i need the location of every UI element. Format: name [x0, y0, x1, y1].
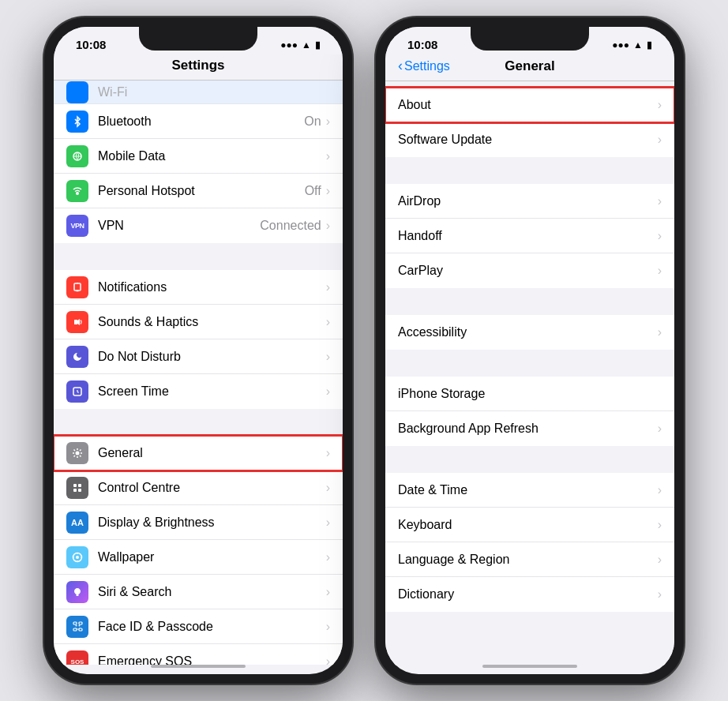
list-item[interactable]: Face ID & Passcode ›: [54, 609, 343, 644]
list-item[interactable]: AirDrop ›: [385, 184, 674, 219]
svg-rect-7: [78, 484, 81, 487]
row-label-softwareupdate: Software Update: [398, 133, 658, 147]
right-scroll[interactable]: About › Software Update › AirDrop › Hand…: [385, 81, 674, 665]
section-storage: iPhone Storage Background App Refresh ›: [385, 377, 674, 446]
list-item[interactable]: Dictionary ›: [385, 577, 674, 612]
chevron-icon: ›: [658, 229, 662, 243]
row-label-sounds: Sounds & Haptics: [98, 315, 326, 329]
row-label-general: General: [98, 446, 326, 460]
list-item[interactable]: Keyboard ›: [385, 508, 674, 542]
list-item[interactable]: VPN VPN Connected ›: [54, 208, 343, 243]
list-item[interactable]: iPhone Storage: [385, 377, 674, 411]
list-item[interactable]: Handoff ›: [385, 219, 674, 253]
svg-point-11: [76, 556, 79, 559]
left-screen: 10:08 ●●● ▲ ▮ Settings Wi-Fi: [54, 27, 343, 674]
list-item[interactable]: Screen Time ›: [54, 374, 343, 409]
signal-icon: ●●●: [280, 39, 298, 51]
chevron-icon: ›: [658, 422, 662, 436]
notch-right: [471, 27, 589, 51]
notifications-icon: [66, 276, 88, 298]
right-screen: 10:08 ●●● ▲ ▮ ‹ Settings General About ›: [385, 27, 674, 674]
list-item[interactable]: Mobile Data ›: [54, 139, 343, 174]
chevron-icon: ›: [658, 133, 662, 147]
svg-rect-8: [73, 489, 77, 492]
list-item[interactable]: SOS Emergency SOS ›: [54, 644, 343, 665]
list-item[interactable]: Language & Region ›: [385, 542, 674, 577]
wifi-icon: ▲: [633, 39, 643, 51]
svg-point-1: [76, 192, 79, 195]
list-item[interactable]: Wallpaper ›: [54, 540, 343, 575]
chevron-icon: ›: [326, 620, 330, 634]
row-label-wallpaper: Wallpaper: [98, 550, 326, 564]
display-icon: AA: [66, 512, 88, 534]
back-chevron-icon: ‹: [398, 58, 403, 74]
spacer: [385, 81, 674, 88]
svg-rect-3: [74, 320, 77, 324]
list-item[interactable]: Control Centre ›: [54, 470, 343, 505]
row-label-handoff: Handoff: [398, 229, 658, 243]
chevron-icon: ›: [658, 194, 662, 208]
row-label-display: Display & Brightness: [98, 515, 326, 530]
row-label-dictionary: Dictionary: [398, 587, 658, 602]
chevron-icon: ›: [326, 219, 330, 233]
list-item[interactable]: Software Update ›: [385, 122, 674, 157]
section-accessibility: Accessibility ›: [385, 315, 674, 350]
list-item[interactable]: Background App Refresh ›: [385, 411, 674, 446]
svg-point-17: [78, 625, 80, 627]
svg-rect-12: [73, 622, 77, 624]
chevron-icon: ›: [326, 280, 330, 294]
list-item[interactable]: AA Display & Brightness ›: [54, 505, 343, 540]
row-value-hotspot: Off: [305, 184, 321, 198]
notch-left: [139, 27, 257, 51]
list-item[interactable]: Notifications ›: [54, 270, 343, 305]
spacer: [54, 409, 343, 436]
chevron-icon: ›: [326, 585, 330, 599]
row-value-bluetooth: On: [304, 114, 321, 129]
list-item-about[interactable]: About ›: [385, 88, 674, 122]
list-item[interactable]: Accessibility ›: [385, 315, 674, 350]
list-item-general[interactable]: General ›: [54, 436, 343, 470]
row-label-vpn: VPN: [98, 219, 260, 233]
row-label-about: About: [398, 98, 658, 112]
list-item[interactable]: Siri & Search ›: [54, 575, 343, 609]
mobiledata-icon: [66, 145, 88, 167]
hotspot-icon: [66, 180, 88, 202]
spacer: [385, 157, 674, 184]
list-item[interactable]: Do Not Disturb ›: [54, 339, 343, 374]
siri-icon: [66, 581, 88, 603]
chevron-icon: ›: [326, 149, 330, 163]
list-item[interactable]: Bluetooth On ›: [54, 104, 343, 139]
chevron-icon: ›: [326, 515, 330, 530]
home-indicator-left: [151, 665, 246, 668]
chevron-icon: ›: [326, 654, 330, 665]
svg-rect-6: [73, 484, 77, 487]
chevron-icon: ›: [658, 483, 662, 497]
list-item[interactable]: CarPlay ›: [385, 253, 674, 288]
chevron-icon: ›: [326, 315, 330, 329]
list-item[interactable]: Sounds & Haptics ›: [54, 305, 343, 339]
home-indicator-right: [482, 665, 577, 668]
donotdisturb-icon: [66, 346, 88, 368]
chevron-icon: ›: [658, 587, 662, 602]
wifi-icon: ▲: [302, 39, 311, 51]
nav-bar-left: Settings: [54, 54, 343, 81]
left-scroll[interactable]: Wi-Fi Bluetooth On › Mobile Data ›: [54, 81, 343, 665]
nav-title-left: Settings: [171, 58, 224, 73]
row-label-wifi: Wi-Fi: [98, 85, 330, 99]
row-label-keyboard: Keyboard: [398, 518, 658, 532]
signal-icon: ●●●: [612, 39, 629, 51]
spacer: [385, 350, 674, 377]
row-label-bluetooth: Bluetooth: [98, 114, 304, 129]
icon-placeholder: [66, 81, 88, 103]
controlcentre-icon: [66, 477, 88, 499]
back-button[interactable]: ‹ Settings: [398, 58, 450, 74]
section-notifications: Notifications › Sounds & Haptics › Do No…: [54, 270, 343, 409]
spacer: [385, 288, 674, 315]
list-item[interactable]: Personal Hotspot Off ›: [54, 174, 343, 208]
row-label-backgroundrefresh: Background App Refresh: [398, 422, 658, 436]
status-icons-left: ●●● ▲ ▮: [280, 39, 321, 51]
section-connectivity: Wi-Fi Bluetooth On › Mobile Data ›: [54, 81, 343, 243]
svg-rect-9: [78, 489, 81, 492]
list-item[interactable]: Wi-Fi: [54, 81, 343, 104]
list-item[interactable]: Date & Time ›: [385, 473, 674, 508]
